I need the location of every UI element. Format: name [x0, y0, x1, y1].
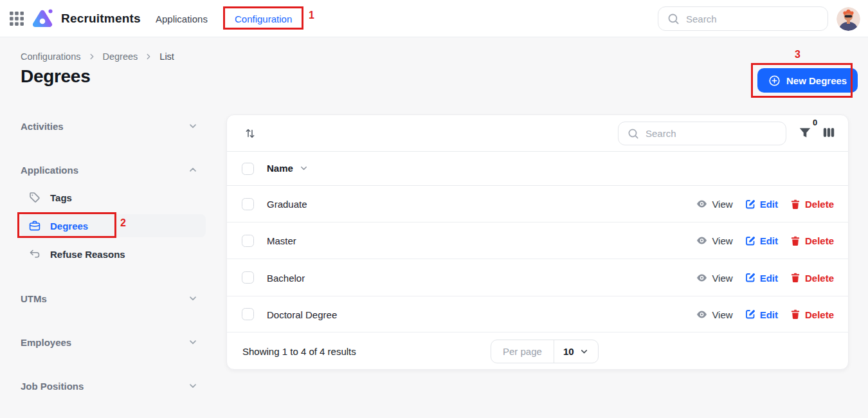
brand[interactable]: Recruitments: [32, 8, 141, 30]
delete-action[interactable]: Delete: [790, 198, 834, 210]
global-search: [658, 6, 828, 31]
sidebar-item-refuse-reasons[interactable]: Refuse Reasons: [21, 242, 206, 266]
chevron-down-icon: [579, 347, 589, 356]
briefcase-icon: [28, 219, 41, 232]
chevron-down-icon: [188, 381, 198, 391]
column-header-name[interactable]: Name: [267, 163, 309, 174]
edit-icon: [745, 309, 756, 320]
trash-icon: [790, 235, 801, 246]
edit-action[interactable]: Edit: [745, 272, 778, 284]
table-row: Master View Edit Delete: [227, 223, 848, 259]
chevron-up-icon: [188, 165, 198, 175]
annotation-number-3: 3: [795, 49, 800, 60]
chevron-down-icon: [299, 163, 309, 173]
cell-name: Doctoral Degree: [267, 309, 337, 320]
trash-icon: [790, 309, 801, 320]
per-page-value: 10: [563, 346, 574, 357]
per-page-selector[interactable]: Per page 10: [491, 340, 599, 363]
table-search: [618, 122, 786, 145]
table-row: Graduate View Edit Delete: [227, 186, 848, 223]
table-row: Doctoral Degree View Edit Delete: [227, 296, 848, 332]
columns-icon[interactable]: [822, 125, 836, 142]
trash-icon: [790, 272, 801, 284]
view-action[interactable]: View: [696, 308, 732, 320]
eye-icon: [696, 198, 708, 210]
page-title: Degrees: [21, 66, 90, 87]
edit-action[interactable]: Edit: [745, 198, 778, 210]
edit-icon: [745, 235, 756, 246]
results-summary: Showing 1 to 4 of 4 results: [242, 346, 356, 357]
row-checkbox[interactable]: [242, 198, 254, 210]
chevron-down-icon: [188, 293, 198, 304]
delete-action[interactable]: Delete: [790, 235, 834, 246]
edit-action[interactable]: Edit: [745, 309, 778, 320]
table-row: Bachelor View Edit Delete: [227, 259, 848, 296]
trash-icon: [790, 198, 801, 210]
sidebar-section-applications[interactable]: Applications: [21, 162, 206, 177]
eye-icon: [696, 271, 708, 284]
edit-icon: [745, 198, 756, 210]
breadcrumb: Configurations Degrees List: [21, 51, 174, 62]
table-header-row: Name: [227, 152, 848, 186]
eye-icon: [696, 235, 708, 247]
breadcrumb-list: List: [159, 51, 174, 62]
filter-icon[interactable]: [798, 125, 812, 142]
app-launcher-icon[interactable]: [9, 11, 24, 26]
edit-action[interactable]: Edit: [745, 235, 778, 246]
search-icon: [628, 128, 639, 140]
plus-circle-icon: [768, 75, 781, 87]
view-action[interactable]: View: [696, 271, 732, 284]
degrees-table-card: 0 Name Graduate View Edit: [226, 114, 849, 370]
row-checkbox[interactable]: [242, 235, 254, 247]
app-logo-icon: [32, 8, 53, 30]
app-title: Recruitments: [61, 12, 141, 26]
cell-name: Graduate: [267, 199, 307, 210]
row-checkbox[interactable]: [242, 308, 254, 320]
search-icon: [667, 13, 680, 25]
sidebar-section-utms[interactable]: UTMs: [21, 291, 206, 306]
edit-icon: [745, 272, 756, 284]
chevron-right-icon: [144, 52, 153, 61]
chevron-right-icon: [87, 52, 96, 61]
select-all-checkbox[interactable]: [242, 163, 254, 175]
chevron-down-icon: [188, 121, 198, 131]
table-search-input[interactable]: [639, 128, 786, 139]
sidebar-section-employees[interactable]: Employees: [21, 334, 206, 350]
view-action[interactable]: View: [696, 198, 732, 210]
delete-action[interactable]: Delete: [790, 309, 834, 320]
eye-icon: [696, 308, 708, 320]
tag-icon: [28, 191, 41, 204]
sidebar-section-job-positions[interactable]: Job Positions: [21, 378, 206, 394]
tab-configuration[interactable]: Configuration: [235, 0, 292, 37]
cell-name: Bachelor: [267, 272, 305, 283]
new-degrees-button[interactable]: New Degrees: [757, 68, 858, 93]
cell-name: Master: [267, 235, 296, 246]
chevron-down-icon: [188, 337, 198, 347]
sidebar-item-tags[interactable]: Tags: [21, 186, 206, 209]
table-footer: Showing 1 to 4 of 4 results Per page 10: [227, 332, 848, 370]
delete-action[interactable]: Delete: [790, 272, 834, 284]
tab-applications[interactable]: Applications: [156, 0, 208, 37]
global-search-input[interactable]: [680, 14, 827, 24]
sidebar-item-degrees[interactable]: Degrees: [21, 214, 206, 237]
undo-icon: [28, 248, 41, 260]
top-navbar: Recruitments Applications Configuration: [0, 0, 868, 37]
row-checkbox[interactable]: [242, 271, 254, 284]
per-page-label: Per page: [491, 340, 554, 363]
sort-icon[interactable]: [244, 127, 257, 142]
filter-count-badge: 0: [813, 118, 817, 127]
view-action[interactable]: View: [696, 235, 732, 247]
user-avatar[interactable]: [836, 7, 860, 31]
breadcrumb-degrees[interactable]: Degrees: [103, 51, 138, 62]
sidebar-section-activities[interactable]: Activities: [21, 118, 206, 134]
breadcrumb-configurations[interactable]: Configurations: [21, 51, 81, 62]
table-toolbar: 0: [227, 115, 848, 152]
